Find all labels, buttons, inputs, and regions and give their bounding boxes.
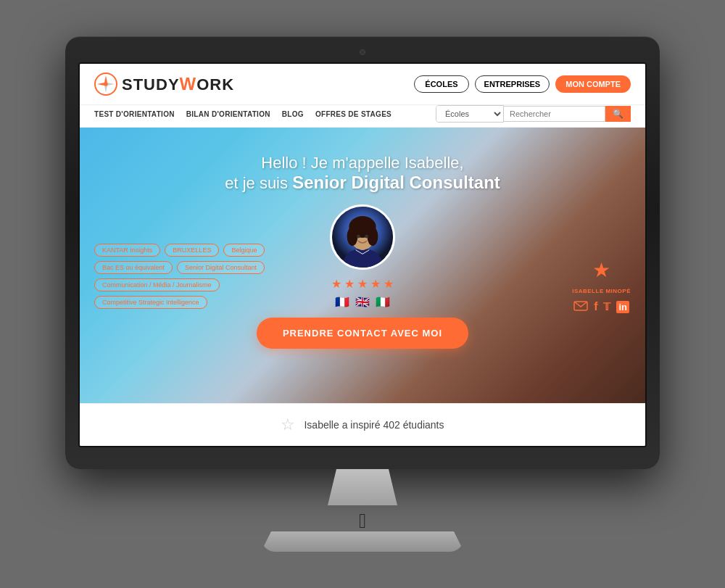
tag-competitive[interactable]: Competitive Strategic Intelligence xyxy=(94,296,207,309)
search-category-select[interactable]: Écoles Entreprises xyxy=(436,106,503,122)
svg-point-1 xyxy=(104,82,108,86)
social-icons: f 𝕋 in xyxy=(573,300,629,313)
logo-area: STUDYWORK xyxy=(94,73,234,96)
hero-title-line1: Hello ! Je m'appelle Isabelle, xyxy=(94,154,631,173)
email-icon[interactable] xyxy=(573,301,588,313)
star-1: ★ xyxy=(331,277,341,291)
tag-row-2: Bac ES ou équivalent Senior Digital Cons… xyxy=(94,261,265,274)
ecoles-button[interactable]: ÉCOLES xyxy=(414,75,468,93)
mon-compte-button[interactable]: MON COMPTE xyxy=(555,75,631,93)
flag-fr: 🇫🇷 xyxy=(335,295,349,309)
tag-row-3: Communication / Média / Journalisme xyxy=(94,278,265,291)
twitter-icon[interactable]: 𝕋 xyxy=(603,301,610,312)
svg-point-13 xyxy=(357,235,360,239)
star-4: ★ xyxy=(370,277,381,291)
featured-right: ★ ISABELLE MINOPÉ f 𝕋 in xyxy=(572,258,631,313)
monitor-camera xyxy=(360,49,365,55)
inspiration-star-icon: ☆ xyxy=(281,415,295,434)
bottom-strip: ☆ Isabelle a inspiré 402 étudiants xyxy=(80,403,645,446)
tag-bac[interactable]: Bac ES ou équivalent xyxy=(94,261,173,274)
search-select-wrap: Écoles Entreprises xyxy=(436,105,504,123)
hero-section: Hello ! Je m'appelle Isabelle, et je sui… xyxy=(80,128,645,403)
star-5: ★ xyxy=(384,277,394,291)
svg-point-12 xyxy=(368,227,378,246)
featured-name: ISABELLE MINOPÉ xyxy=(572,288,631,294)
featured-star-icon: ★ xyxy=(592,258,610,282)
logo-w: W xyxy=(180,74,197,94)
svg-point-14 xyxy=(365,235,368,239)
monitor-stand-base xyxy=(261,531,464,552)
avatar xyxy=(330,204,395,270)
tag-media[interactable]: Communication / Média / Journalisme xyxy=(94,278,220,291)
avatar-illustration xyxy=(332,204,393,270)
hero-title: Hello ! Je m'appelle Isabelle, et je sui… xyxy=(94,154,631,193)
tag-bruxelles[interactable]: BRUXELLES xyxy=(165,244,219,257)
cta-contact-button[interactable]: PRENDRE CONTACT AVEC MOI xyxy=(257,318,468,349)
flag-gb: 🇬🇧 xyxy=(355,295,370,309)
monitor-stand-neck xyxy=(319,469,406,505)
tag-kantar[interactable]: KANTAR Insights xyxy=(94,244,160,257)
svg-point-11 xyxy=(347,227,358,246)
nav-item-offres[interactable]: OFFRES DE STAGES xyxy=(315,106,392,123)
apple-logo:  xyxy=(359,511,366,531)
tags-area: KANTAR Insights BRUXELLES Belgique Bac E… xyxy=(94,244,265,309)
hero-title-line2: et je suis Senior Digital Consultant xyxy=(94,173,631,193)
star-2: ★ xyxy=(344,277,355,291)
compass-icon xyxy=(94,73,117,96)
nav-item-bilan[interactable]: BILAN D'ORIENTATION xyxy=(186,106,270,123)
nav-search-row: TEST D'ORIENTATION BILAN D'ORIENTATION B… xyxy=(80,105,645,128)
flag-it: 🇮🇹 xyxy=(376,295,390,309)
facebook-icon[interactable]: f xyxy=(594,300,597,313)
monitor-shell: STUDYWORK ÉCOLES ENTREPRISES MON COMPTE … xyxy=(65,36,660,552)
nav-item-blog[interactable]: BLOG xyxy=(282,106,304,123)
site-wrapper: STUDYWORK ÉCOLES ENTREPRISES MON COMPTE … xyxy=(80,64,645,446)
star-3: ★ xyxy=(357,277,368,291)
search-area: Écoles Entreprises 🔍 xyxy=(436,105,631,123)
logo-text: STUDYWORK xyxy=(122,74,234,94)
tag-row-4: Competitive Strategic Intelligence xyxy=(94,296,265,309)
inspiration-text: Isabelle a inspiré 402 étudiants xyxy=(304,419,444,431)
entreprises-button[interactable]: ENTREPRISES xyxy=(475,75,550,93)
monitor-screen: STUDYWORK ÉCOLES ENTREPRISES MON COMPTE … xyxy=(78,62,647,447)
tag-belgique[interactable]: Belgique xyxy=(223,244,265,257)
stand-base-area:  xyxy=(65,505,660,531)
header: STUDYWORK ÉCOLES ENTREPRISES MON COMPTE xyxy=(80,64,645,105)
search-button[interactable]: 🔍 xyxy=(605,106,631,122)
main-nav: TEST D'ORIENTATION BILAN D'ORIENTATION B… xyxy=(94,106,392,123)
nav-item-test[interactable]: TEST D'ORIENTATION xyxy=(94,106,175,123)
linkedin-icon[interactable]: in xyxy=(616,301,629,313)
header-right: ÉCOLES ENTREPRISES MON COMPTE xyxy=(414,75,631,93)
monitor-frame: STUDYWORK ÉCOLES ENTREPRISES MON COMPTE … xyxy=(65,36,660,469)
search-input[interactable] xyxy=(504,106,605,122)
tag-senior[interactable]: Senior Digital Consultant xyxy=(177,261,265,274)
tag-row-1: KANTAR Insights BRUXELLES Belgique xyxy=(94,244,265,257)
